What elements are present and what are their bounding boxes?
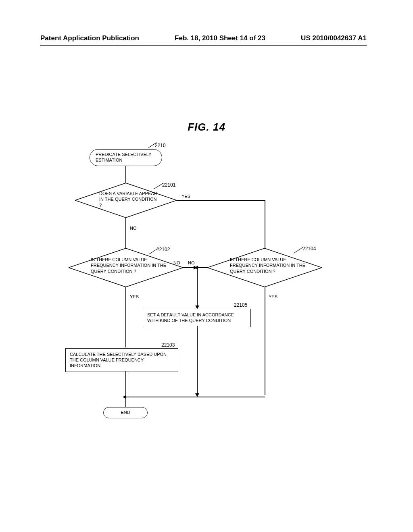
label-yes-1: YES [181,194,190,199]
decision-22101-text: DOES A VARIABLE APPEAR IN THE QUERY COND… [99,191,160,208]
header-left: Patent Application Publication [40,34,139,42]
flow-line [198,267,207,268]
flow-line [125,371,126,397]
label-no-2: NO [173,260,180,265]
header-right: US 2010/0042637 A1 [301,34,367,42]
ref-22102: 22102 [156,247,170,252]
process-default: SET A DEFAULT VALUE IN ACCORDANCE WITH K… [143,309,251,327]
terminator-start: PREDICATE SELECTIVELY ESTIMATION [90,149,162,166]
flow-line [265,200,265,248]
flow-line [197,267,198,307]
flow-line [125,287,126,347]
label-no-1: NO [130,226,137,231]
flow-line [125,397,126,407]
flow-line [125,397,265,397]
decision-22104-text: IS THERE COLUMN VALUE FREQUENCY INFORMAT… [230,257,307,274]
start-text: PREDICATE SELECTIVELY ESTIMATION [96,152,151,162]
process-default-text: SET A DEFAULT VALUE IN ACCORDANCE WITH K… [147,312,234,323]
ref-22104: 22104 [302,246,316,251]
flow-line [197,326,198,395]
flow-line [125,166,126,183]
patent-header: Patent Application Publication Feb. 18, … [40,34,367,46]
flow-line [183,267,194,268]
end-text: END [121,410,130,415]
flow-line [177,200,265,201]
process-calculate: CALCULATE THE SELECTIVELY BASED UPON THE… [65,348,178,372]
header-center: Feb. 18, 2010 Sheet 14 of 23 [175,34,265,42]
flow-line [265,287,265,395]
label-yes-3: YES [269,294,277,299]
terminator-end: END [103,407,148,418]
page: Patent Application Publication Feb. 18, … [0,0,413,532]
flowchart: PREDICATE SELECTIVELY ESTIMATION 2210 DO… [52,145,359,427]
label-no-3: NO [188,260,195,265]
ref-2210: 2210 [155,143,166,148]
flow-line [125,218,126,248]
figure-title: FIG. 14 [0,121,413,133]
label-yes-2: YES [130,294,139,299]
ref-22105: 22105 [234,302,247,308]
decision-22102-text: IS THERE COLUMN VALUE FREQUENCY INFORMAT… [91,257,167,274]
arrowhead-icon [194,266,198,270]
ref-22101: 22101 [162,182,175,188]
ref-22103: 22103 [161,342,175,348]
process-calculate-text: CALCULATE THE SELECTIVELY BASED UPON THE… [70,352,167,368]
